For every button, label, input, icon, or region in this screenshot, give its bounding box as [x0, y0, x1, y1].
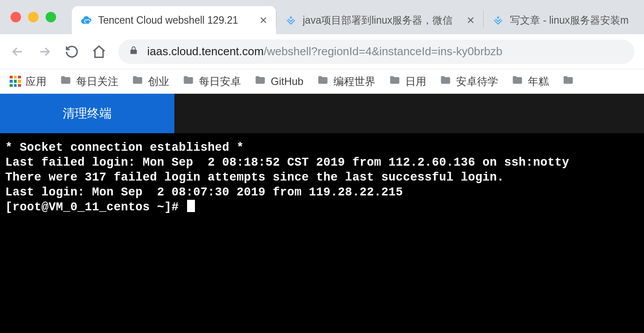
- bookmark-label: 创业: [148, 74, 169, 89]
- window-close-button[interactable]: [11, 12, 21, 22]
- folder-icon: [131, 74, 144, 89]
- url-host: iaas.cloud.tencent.com: [147, 45, 264, 58]
- bookmark-folder[interactable]: 编程世界: [317, 74, 375, 89]
- url-path: /webshell?regionId=4&instanceId=ins-ky0b…: [264, 45, 502, 58]
- browser-tab[interactable]: java项目部署到linux服务器，微信×: [276, 6, 483, 34]
- folder-icon: [60, 74, 72, 89]
- folder-icon: [389, 74, 401, 89]
- bookmark-folder[interactable]: 日用: [389, 74, 426, 89]
- bookmark-label: 每日关注: [76, 74, 118, 89]
- bookmark-label: 每日安卓: [199, 74, 241, 89]
- folder-icon: [439, 74, 452, 89]
- juejin-favicon-icon: [285, 14, 297, 26]
- bookmark-folder[interactable]: 年糕: [511, 74, 549, 89]
- nav-back-button[interactable]: [10, 44, 25, 60]
- browser-tab[interactable]: 写文章 - linux服务器安装m: [484, 6, 641, 34]
- nav-forward-button[interactable]: [37, 44, 53, 60]
- bookmark-folder[interactable]: 安卓待学: [439, 74, 498, 89]
- bookmark-folder[interactable]: 每日安卓: [182, 74, 241, 89]
- tab-title: 写文章 - linux服务器安装m: [510, 14, 633, 27]
- window-controls: [0, 0, 56, 34]
- tab-close-button[interactable]: ×: [467, 14, 474, 27]
- url-text: iaas.cloud.tencent.com/webshell?regionId…: [147, 45, 502, 58]
- lock-icon: [129, 45, 138, 58]
- folder-icon: [317, 74, 329, 89]
- terminal-cursor: [187, 200, 195, 212]
- bookmark-label: 年糕: [528, 74, 549, 89]
- tab-list: Tencent Cloud webshell 129.21×java项目部署到l…: [72, 4, 641, 34]
- bookmark-folder[interactable]: 创业: [131, 74, 169, 89]
- bookmark-label: 安卓待学: [456, 74, 498, 89]
- cloud-favicon-icon: [81, 14, 92, 26]
- terminal-output[interactable]: * Socket connection established * Last f…: [0, 133, 644, 333]
- tab-title: java项目部署到linux服务器，微信: [303, 14, 460, 27]
- folder-icon: [562, 74, 574, 89]
- terminal-action-bar: 清理终端: [0, 94, 644, 133]
- bookmark-label: 编程世界: [333, 74, 375, 89]
- folder-icon: [182, 74, 195, 89]
- bookmark-label: 日用: [405, 74, 426, 89]
- address-bar[interactable]: iaas.cloud.tencent.com/webshell?regionId…: [118, 39, 634, 64]
- tab-close-button[interactable]: ×: [259, 14, 267, 27]
- window-minimize-button[interactable]: [28, 12, 39, 22]
- juejin-favicon-icon: [492, 14, 504, 26]
- apps-icon: [10, 76, 21, 87]
- browser-toolbar: iaas.cloud.tencent.com/webshell?regionId…: [0, 34, 644, 69]
- folder-icon: [511, 74, 524, 89]
- apps-shortcut[interactable]: 应用: [10, 74, 46, 89]
- tab-title: Tencent Cloud webshell 129.21: [98, 14, 253, 26]
- clear-terminal-button[interactable]: 清理终端: [0, 94, 174, 133]
- apps-label: 应用: [25, 74, 46, 89]
- bookmark-folder-more[interactable]: [562, 74, 574, 89]
- nav-home-button[interactable]: [91, 44, 107, 60]
- browser-tab-strip: Tencent Cloud webshell 129.21×java项目部署到l…: [0, 0, 644, 34]
- bookmark-folder[interactable]: 每日关注: [60, 74, 118, 89]
- terminal-prompt: [root@VM_0_11_centos ~]#: [5, 201, 186, 214]
- nav-reload-button[interactable]: [64, 44, 80, 60]
- window-zoom-button[interactable]: [46, 12, 56, 22]
- bookmark-folder[interactable]: GitHub: [254, 74, 304, 89]
- bookmark-label: GitHub: [271, 75, 304, 88]
- page-content: 清理终端 * Socket connection established * L…: [0, 94, 644, 333]
- folder-icon: [254, 74, 266, 89]
- browser-tab[interactable]: Tencent Cloud webshell 129.21×: [72, 6, 276, 34]
- bookmarks-bar: 应用 每日关注创业每日安卓GitHub编程世界日用安卓待学年糕: [0, 69, 644, 94]
